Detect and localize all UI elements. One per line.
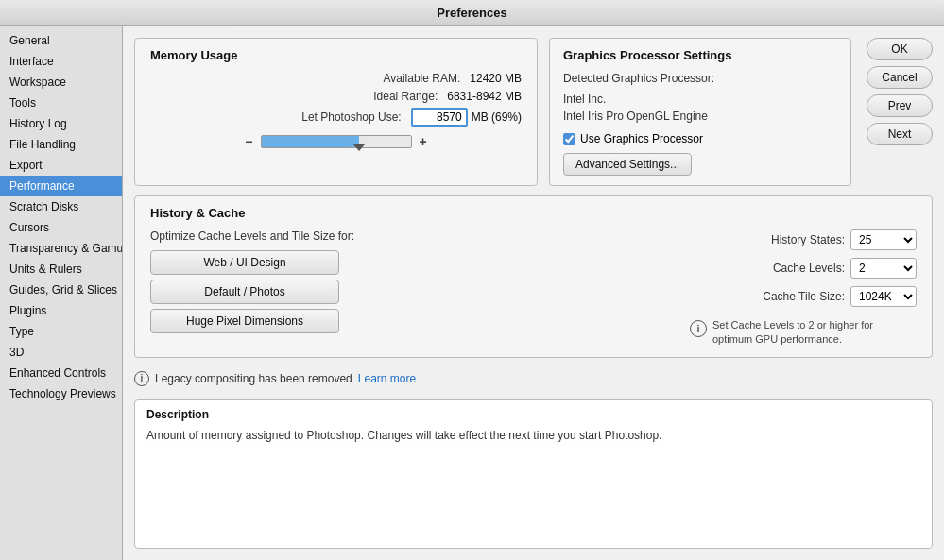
description-panel: Description Amount of memory assigned to… — [134, 399, 933, 549]
sidebar-item-plugins[interactable]: Plugins — [0, 300, 122, 321]
use-gpu-checkbox[interactable] — [563, 133, 575, 145]
sidebar-item-scratch-disks[interactable]: Scratch Disks — [0, 196, 122, 217]
cache-info-icon: i — [690, 320, 707, 337]
available-ram-label: Available RAM: — [383, 72, 460, 85]
available-ram-row: Available RAM: 12420 MB — [150, 72, 522, 85]
mb-percent: MB (69%) — [472, 110, 522, 124]
content-area: Memory Usage Available RAM: 12420 MB Ide… — [123, 26, 944, 560]
cancel-button[interactable]: Cancel — [867, 66, 933, 89]
sidebar-item-workspace[interactable]: Workspace — [0, 72, 122, 93]
sidebar-item-3d[interactable]: 3D — [0, 342, 122, 363]
memory-slider-track[interactable] — [261, 135, 412, 148]
sidebar-item-transparency---gamut[interactable]: Transparency & Gamut — [0, 238, 122, 259]
cache-levels-select[interactable]: 2 4 6 — [850, 258, 917, 279]
sidebar-item-general[interactable]: General — [0, 30, 122, 51]
top-section: Memory Usage Available RAM: 12420 MB Ide… — [134, 38, 933, 186]
memory-usage-title: Memory Usage — [150, 48, 522, 62]
prev-button[interactable]: Prev — [867, 94, 933, 117]
history-cache-panel: History & Cache Optimize Cache Levels an… — [134, 195, 933, 358]
gpu-name: Intel Inc. — [563, 91, 837, 108]
history-states-label: History States: — [771, 233, 845, 246]
sidebar-item-performance[interactable]: Performance — [0, 176, 122, 196]
sidebar-item-guides--grid---slices[interactable]: Guides, Grid & Slices — [0, 280, 122, 300]
history-cache-title: History & Cache — [150, 206, 917, 220]
let-photoshop-label: Let Photoshop Use: — [301, 110, 401, 124]
sidebar-item-cursors[interactable]: Cursors — [0, 217, 122, 238]
main-container: GeneralInterfaceWorkspaceToolsHistory Lo… — [0, 26, 944, 560]
slider-row: − + — [150, 134, 522, 149]
memory-increase-button[interactable]: + — [418, 134, 429, 149]
sidebar-item-tools[interactable]: Tools — [0, 93, 122, 113]
cache-tile-select[interactable]: 1024K 512K 256K — [850, 286, 917, 307]
memory-slider-thumb[interactable] — [353, 144, 365, 151]
memory-decrease-button[interactable]: − — [243, 134, 254, 149]
legacy-text: Legacy compositing has been removed — [155, 372, 352, 385]
sidebar-item-units---rulers[interactable]: Units & Rulers — [0, 259, 122, 280]
use-gpu-row: Use Graphics Processor — [563, 132, 837, 145]
next-button[interactable]: Next — [867, 123, 933, 145]
optimize-section: Optimize Cache Levels and Tile Size for:… — [150, 229, 671, 348]
let-photoshop-row: Let Photoshop Use: MB (69%) — [150, 108, 522, 127]
graphics-panel: Graphics Processor Settings Detected Gra… — [549, 38, 851, 186]
cache-info-text: Set Cache Levels to 2 or higher for opti… — [712, 318, 901, 348]
hc-content: Optimize Cache Levels and Tile Size for:… — [150, 229, 917, 348]
advanced-settings-button[interactable]: Advanced Settings... — [563, 153, 692, 176]
available-ram-value: 12420 MB — [470, 72, 522, 85]
sidebar-item-file-handling[interactable]: File Handling — [0, 134, 122, 155]
title-bar: Preferences — [0, 0, 944, 26]
sidebar-item-history-log[interactable]: History Log — [0, 113, 122, 134]
memory-usage-panel: Memory Usage Available RAM: 12420 MB Ide… — [134, 38, 538, 186]
cache-info-row: i Set Cache Levels to 2 or higher for op… — [690, 318, 917, 348]
legacy-info-icon: i — [134, 371, 149, 386]
gpu-info: Intel Inc. Intel Iris Pro OpenGL Engine — [563, 91, 837, 125]
cache-settings: History States: 25 50 100 Cache Levels: … — [690, 229, 917, 348]
ideal-range-label: Ideal Range: — [373, 90, 438, 103]
legacy-row: i Legacy compositing has been removed Le… — [134, 367, 933, 390]
gpu-engine: Intel Iris Pro OpenGL Engine — [563, 108, 837, 125]
cache-tile-label: Cache Tile Size: — [763, 290, 845, 303]
window-title: Preferences — [437, 6, 506, 20]
ideal-range-value: 6831-8942 MB — [447, 90, 522, 103]
optimize-label: Optimize Cache Levels and Tile Size for: — [150, 229, 671, 243]
content-body: Memory Usage Available RAM: 12420 MB Ide… — [123, 26, 944, 560]
graphics-panel-title: Graphics Processor Settings — [563, 48, 837, 62]
gpu-detected-label: Detected Graphics Processor: — [563, 72, 837, 85]
description-title: Description — [146, 408, 920, 421]
huge-pixel-button[interactable]: Huge Pixel Dimensions — [150, 309, 339, 333]
sidebar: GeneralInterfaceWorkspaceToolsHistory Lo… — [0, 26, 123, 560]
use-gpu-label: Use Graphics Processor — [580, 132, 703, 145]
default-photos-button[interactable]: Default / Photos — [150, 280, 339, 304]
history-states-select[interactable]: 25 50 100 — [850, 229, 917, 250]
memory-input[interactable] — [411, 108, 468, 127]
action-buttons: OK Cancel Prev Next — [867, 38, 933, 186]
learn-more-link[interactable]: Learn more — [358, 372, 416, 385]
memory-slider-wrapper — [261, 135, 412, 148]
description-text: Amount of memory assigned to Photoshop. … — [146, 427, 920, 444]
sidebar-item-type[interactable]: Type — [0, 321, 122, 342]
sidebar-item-interface[interactable]: Interface — [0, 51, 122, 72]
cache-tile-row: Cache Tile Size: 1024K 512K 256K — [690, 286, 917, 307]
sidebar-item-export[interactable]: Export — [0, 155, 122, 176]
ideal-range-row: Ideal Range: 6831-8942 MB — [150, 90, 522, 103]
cache-levels-label: Cache Levels: — [773, 262, 845, 275]
cache-levels-row: Cache Levels: 2 4 6 — [690, 258, 917, 279]
ok-button[interactable]: OK — [867, 38, 933, 60]
sidebar-item-enhanced-controls[interactable]: Enhanced Controls — [0, 363, 122, 383]
sidebar-item-technology-previews[interactable]: Technology Previews — [0, 383, 122, 404]
history-states-row: History States: 25 50 100 — [690, 229, 917, 250]
web-ui-button[interactable]: Web / UI Design — [150, 250, 339, 275]
